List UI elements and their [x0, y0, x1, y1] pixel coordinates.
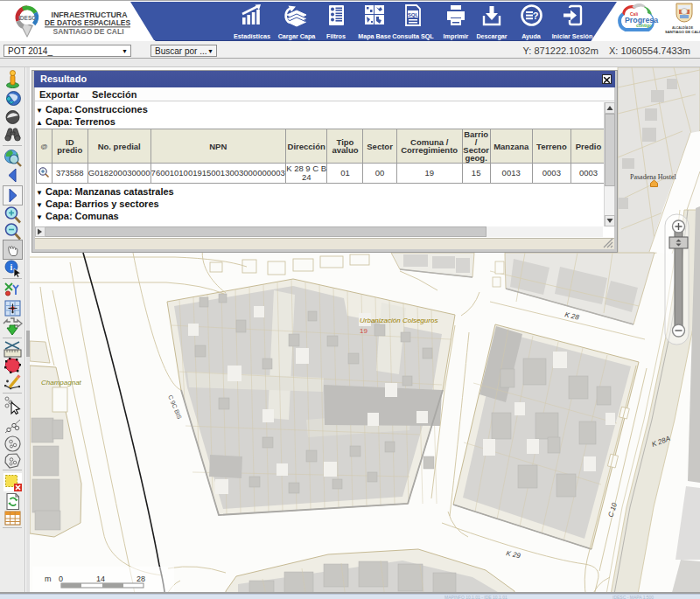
svg-text:14: 14 [96, 575, 105, 583]
svg-text:SANTIAGO DE CALI: SANTIAGO DE CALI [665, 30, 700, 34]
svg-text:Pasadena Hostel: Pasadena Hostel [630, 173, 676, 181]
svg-text:i: i [10, 262, 13, 272]
svg-text:m: m [45, 575, 52, 583]
svg-text:ALCALDÍA DE: ALCALDÍA DE [672, 25, 694, 30]
svg-text:0: 0 [59, 575, 63, 583]
svg-text:?: ? [532, 10, 538, 21]
svg-text:Urbanización Colseguros: Urbanización Colseguros [360, 317, 438, 324]
svg-text:19: 19 [360, 327, 368, 335]
svg-text:Champagnat: Champagnat [41, 379, 82, 387]
svg-text:SQL: SQL [408, 11, 419, 17]
svg-text:SANTIAGO DE CALI: SANTIAGO DE CALI [53, 27, 124, 36]
svg-text:DE DATOS ESPACIALES: DE DATOS ESPACIALES [45, 17, 130, 27]
svg-text:contigo: contigo [636, 23, 652, 28]
svg-text:IDESC: IDESC [18, 15, 36, 21]
svg-text:28: 28 [136, 575, 145, 583]
